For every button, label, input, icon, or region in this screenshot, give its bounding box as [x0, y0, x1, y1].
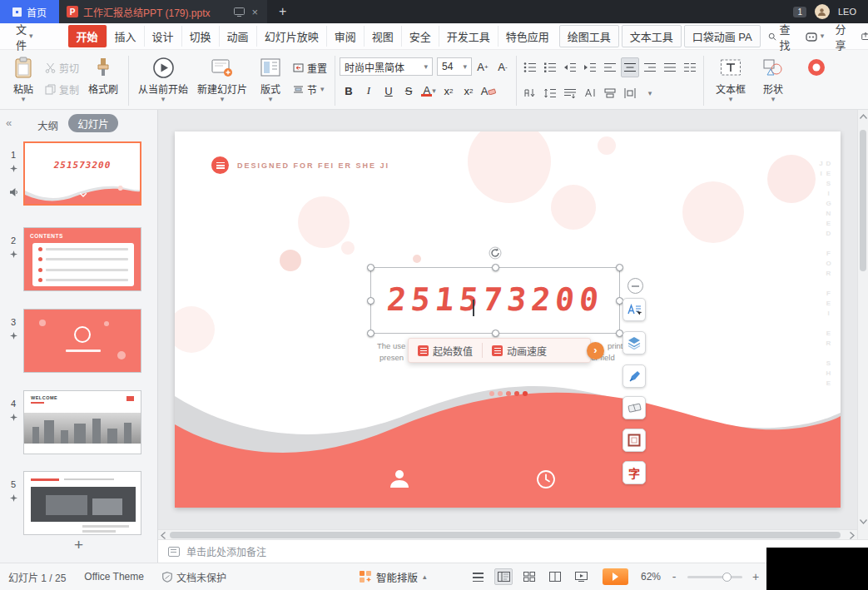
bullet-list-button[interactable]	[521, 57, 539, 77]
increase-font-button[interactable]: A+	[474, 57, 492, 76]
tab-insert[interactable]: 插入	[107, 26, 144, 47]
new-tab-button[interactable]: +	[267, 0, 298, 23]
tab-animation[interactable]: 动画	[219, 26, 256, 47]
paragraph-spacing-button[interactable]	[561, 83, 579, 103]
resize-handle-w[interactable]	[367, 297, 374, 305]
vertical-scroll-thumb[interactable]	[860, 130, 866, 271]
slide-sorter-button[interactable]	[520, 568, 538, 585]
new-slide-button[interactable]: 新建幻灯片 ▾	[193, 53, 251, 103]
align-center-button[interactable]	[621, 57, 639, 77]
close-tab-icon[interactable]: ×	[250, 6, 260, 18]
vertical-scrollbar[interactable]	[857, 110, 868, 539]
horizontal-scrollbar[interactable]	[158, 529, 857, 539]
start-value-button[interactable]: 起始数值	[409, 339, 482, 362]
strikethrough-button[interactable]: S	[399, 82, 418, 100]
tab-review[interactable]: 审阅	[326, 26, 364, 47]
assistant-button[interactable]: ▾	[806, 32, 825, 42]
distribute-button[interactable]	[621, 83, 639, 103]
align-left-button[interactable]	[601, 57, 619, 77]
zoom-out-button[interactable]: -	[668, 570, 680, 583]
decrease-indent-button[interactable]	[561, 57, 579, 77]
columns-button[interactable]	[681, 57, 699, 77]
reset-button[interactable]: 重置	[293, 61, 327, 75]
zoom-slider-knob[interactable]	[722, 573, 732, 582]
next-arrow-button[interactable]: ›	[587, 342, 604, 359]
scroll-up-icon[interactable]	[860, 114, 867, 119]
animation-star-icon[interactable]	[10, 414, 17, 421]
publish-icon[interactable]	[861, 31, 868, 42]
zoom-in-button[interactable]: +	[750, 570, 761, 583]
tab-text-tools[interactable]: 文本工具	[622, 25, 682, 47]
eraser-tool-button[interactable]	[622, 396, 646, 419]
resize-handle-ne[interactable]	[616, 264, 623, 271]
cropped-ribbon-button[interactable]	[795, 53, 838, 80]
person-icon[interactable]	[389, 468, 410, 489]
avatar[interactable]	[815, 4, 830, 19]
tab-pocket-animation[interactable]: 口袋动画 PA	[684, 25, 761, 47]
character-tool-button[interactable]: 字	[622, 461, 646, 484]
slide-thumbnail-2[interactable]: CONTENTS	[23, 227, 141, 291]
scroll-down-icon[interactable]	[860, 519, 867, 524]
tab-view[interactable]: 视图	[364, 26, 401, 47]
clock-icon[interactable]	[536, 469, 556, 489]
numbered-list-button[interactable]	[541, 57, 559, 77]
anim-speed-button[interactable]: 动画速度	[483, 339, 556, 362]
increase-indent-button[interactable]	[581, 57, 599, 77]
slide-thumbnail-5[interactable]	[23, 471, 141, 535]
tab-transition[interactable]: 切换	[181, 26, 219, 47]
line-spacing-button[interactable]	[541, 83, 559, 103]
decrease-font-button[interactable]: A-	[494, 57, 512, 76]
slideshow-view-button[interactable]	[572, 568, 590, 585]
cut-button[interactable]: 剪切	[45, 61, 79, 75]
zoom-level[interactable]: 62%	[641, 571, 661, 583]
tab-devtools[interactable]: 开发工具	[439, 26, 498, 47]
horizontal-scroll-thumb[interactable]	[170, 532, 841, 538]
tab-outline[interactable]: 大纲	[37, 117, 58, 133]
resize-handle-nw[interactable]	[367, 264, 374, 271]
home-tab[interactable]: 首页	[0, 0, 59, 23]
text-direction-button[interactable]	[521, 83, 539, 103]
protection-status[interactable]: 文档未保护	[162, 570, 226, 584]
clear-format-button[interactable]: A	[479, 82, 498, 100]
resize-handle-sw[interactable]	[367, 330, 374, 337]
animation-star-icon[interactable]	[10, 332, 17, 340]
slide-thumbnail-1[interactable]: 251573200	[23, 141, 141, 206]
collapse-panel-button[interactable]: «	[6, 117, 12, 129]
format-painter-button[interactable]: 格式刷	[82, 53, 124, 96]
italic-button[interactable]: I	[360, 82, 378, 100]
play-slideshow-button[interactable]	[603, 568, 628, 585]
font-name-select[interactable]: 时尚中黑简体 ▾	[340, 57, 433, 76]
underline-button[interactable]: U	[379, 82, 398, 100]
tab-drawing-tools[interactable]: 绘图工具	[559, 25, 619, 47]
shapes-button[interactable]: 形状 ▾	[753, 53, 793, 103]
selected-textbox[interactable]: 251573200	[370, 267, 620, 334]
scroll-left-icon[interactable]	[161, 532, 166, 539]
align-objects-button[interactable]	[601, 83, 619, 103]
pen-tool-button[interactable]	[622, 364, 646, 388]
slide-number-text[interactable]: 251573200	[368, 268, 622, 331]
align-right-button[interactable]	[641, 57, 659, 77]
resize-handle-s[interactable]	[492, 330, 499, 337]
text-vertical-button[interactable]	[581, 83, 599, 103]
rotate-handle[interactable]	[489, 246, 502, 260]
notes-placeholder[interactable]: 单击此处添加备注	[186, 544, 266, 558]
editing-canvas[interactable]: DESIGNED FOR FEI ER SHE JI DESIGNED FOR …	[158, 110, 868, 539]
slide-thumbnail-3[interactable]	[23, 309, 141, 373]
file-menu[interactable]: 文件 ▾	[16, 21, 33, 52]
subscript-button[interactable]: x2	[459, 82, 478, 100]
animation-star-icon[interactable]	[10, 250, 17, 258]
animation-star-icon[interactable]	[10, 165, 17, 172]
layout-button[interactable]: 版式 ▾	[251, 53, 290, 103]
layers-tool-button[interactable]	[622, 331, 646, 354]
copy-button[interactable]: 复制	[45, 82, 79, 97]
smart-layout-button[interactable]: 智能排版 ▴	[360, 563, 427, 590]
slide-editing-area[interactable]: DESIGNED FOR FEI ER SHE JI DESIGNED FOR …	[175, 131, 841, 508]
tab-slideshow[interactable]: 幻灯片放映	[256, 26, 326, 47]
textbox-button[interactable]: 文本框 ▾	[708, 53, 753, 103]
reading-view-button[interactable]	[546, 568, 564, 585]
font-size-select[interactable]: 54 ▾	[437, 57, 472, 76]
tab-design[interactable]: 设计	[144, 26, 181, 47]
zoom-slider[interactable]	[687, 576, 742, 578]
username[interactable]: LEO	[838, 7, 856, 17]
tab-home[interactable]: 开始	[68, 25, 107, 47]
